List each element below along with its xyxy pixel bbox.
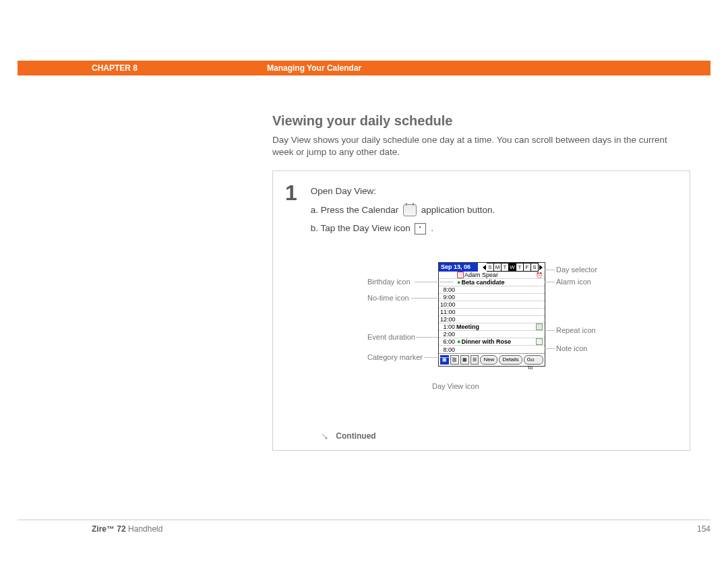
day-cell[interactable]: T [502,263,509,272]
annot-note: Note icon [556,344,587,352]
content-column: Viewing your daily schedule Day View sho… [272,113,690,451]
view-agenda-icon[interactable]: ☰ [471,355,479,365]
repeat-icon [536,323,543,330]
page-footer: Zire™ 72 Handheld 154 [18,520,710,534]
view-month-icon[interactable]: ▦ [460,355,469,365]
leader-line [416,337,438,338]
row-text: Meeting [456,323,535,330]
palm-row[interactable]: 8:00 [439,346,545,353]
chapter-title: Managing Your Calendar [267,61,361,75]
goto-button[interactable]: Go To [524,355,543,365]
palm-header: Sep 13, 06 S M T W T F S [439,263,545,272]
step-b-prefix: b. Tap the Day View icon [311,224,413,234]
step-lead: Open Day View: [311,186,675,196]
alarm-icon: ⏰ [536,272,543,278]
palm-rows: Adam Spear ⏰ ● Beta candidate 8:00 9:00 … [439,272,545,353]
palm-row[interactable]: 6:00 ● Dinner with Rose [439,338,545,346]
row-time: 12:00 [440,316,456,323]
palm-footer: ▦ ▥ ▦ ☰ New Details Go To [439,353,545,366]
row-time: 10:00 [440,301,456,308]
leader-line [545,270,555,270]
continued-marker: → Continued [319,431,376,441]
palm-row[interactable]: 8:00 [439,286,545,294]
note-icon [536,338,543,345]
palm-row[interactable]: 12:00 [439,316,545,323]
annot-repeat: Repeat icon [556,326,596,334]
leader-line [411,298,442,299]
day-selector[interactable]: S M T W T F S [478,263,545,272]
row-time: 8:00 [440,346,456,353]
palm-date: Sep 13, 06 [439,263,478,272]
category-marker-icon: ● [457,280,460,285]
row-text: Adam Spear [464,272,535,278]
annot-dayselector: Day selector [556,266,597,274]
leader-line [545,282,555,282]
row-time: 1:00 [440,323,456,330]
page-number: 154 [697,524,710,534]
category-marker-icon: ● [457,339,460,344]
day-cell[interactable]: M [494,263,502,272]
leader-line [545,348,555,349]
step-box: 1 Open Day View: a. Press the Calendar a… [272,170,690,451]
annot-alarm: Alarm icon [556,278,591,286]
row-time: 11:00 [440,309,456,315]
product-rest: Handheld [126,524,163,534]
step-a-prefix: a. Press the Calendar [311,205,401,215]
step-item-b: b. Tap the Day View icon . [311,223,675,235]
row-text: Dinner with Rose [461,338,535,345]
palm-row[interactable]: 9:00 [439,294,545,301]
day-cell[interactable]: S [531,263,539,272]
row-text: Beta candidate [461,279,543,286]
day-cell-selected[interactable]: W [509,263,516,272]
section-intro: Day View shows your daily schedule one d… [272,134,690,158]
palm-row[interactable]: 2:00 [439,331,545,338]
palm-row[interactable]: 11:00 [439,309,545,316]
palm-row[interactable]: 1:00 Meeting [439,323,545,331]
continued-arrow-icon: → [318,430,332,443]
step-body: Open Day View: a. Press the Calendar app… [311,181,675,241]
row-time: 6:00 [440,338,456,345]
details-button[interactable]: Details [499,355,522,365]
palm-row[interactable]: 10:00 [439,301,545,309]
palm-row[interactable]: Adam Spear ⏰ [439,272,545,279]
annot-dayview: Day View icon [432,382,479,390]
palm-dayview-screenshot: Sep 13, 06 S M T W T F S Adam Spea [438,262,545,367]
step-item-a: a. Press the Calendar application button… [311,204,675,216]
leader-line [415,282,454,282]
annot-notime: No-time icon [367,294,409,302]
leader-line [545,330,555,331]
day-view-icon [415,223,426,235]
step-number: 1 [285,181,308,206]
chapter-label: CHAPTER 8 [18,61,267,75]
annot-category: Category marker [367,353,423,361]
row-time: 2:00 [440,331,456,338]
day-cell[interactable]: S [487,263,494,272]
palm-row[interactable]: ● Beta candidate [439,279,545,286]
calendar-app-icon [403,204,417,216]
section-title: Viewing your daily schedule [272,113,690,129]
product-name: Zire™ 72 Handheld [18,524,162,534]
product-bold: Zire™ 72 [92,524,126,534]
prev-week-arrow-icon[interactable] [483,265,486,270]
day-cell[interactable]: F [524,263,531,272]
chapter-header: CHAPTER 8 Managing Your Calendar [18,61,710,75]
next-week-arrow-icon[interactable] [539,265,543,270]
day-cell[interactable]: T [516,263,524,272]
annot-birthday: Birthday icon [367,278,411,286]
step-a-suffix: application button. [421,205,495,215]
row-time: 8:00 [440,286,456,293]
continued-label: Continued [336,431,375,441]
step-b-suffix: . [431,224,433,234]
annot-duration: Event duration [367,333,415,341]
row-time: 9:00 [440,294,456,301]
leader-line [424,357,454,358]
new-button[interactable]: New [480,355,497,365]
birthday-icon [457,272,464,278]
